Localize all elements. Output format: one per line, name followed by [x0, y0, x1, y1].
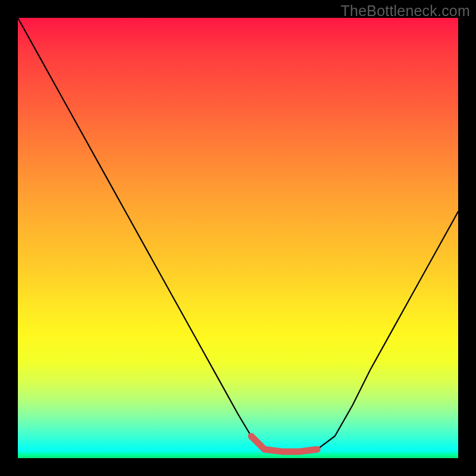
plot-area: [18, 18, 458, 458]
optimal-range-highlight: [251, 436, 317, 452]
curve-layer: [18, 18, 458, 458]
watermark-text: TheBottleneck.com: [341, 2, 470, 20]
chart-frame: TheBottleneck.com: [0, 0, 476, 476]
bottleneck-curve: [18, 18, 458, 452]
